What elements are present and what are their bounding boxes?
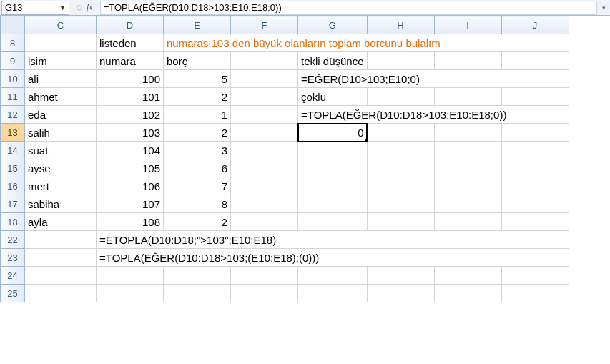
cell[interactable]: 108 — [97, 213, 164, 231]
cell[interactable]: =TOPLA(EĞER(D10:D18>103;E10:E18;0)) — [298, 106, 569, 124]
cell[interactable]: listeden — [97, 34, 164, 52]
row-header[interactable]: 16 — [1, 177, 25, 195]
row-header[interactable]: 8 — [1, 34, 25, 52]
cell[interactable]: 3 — [164, 142, 231, 159]
cell[interactable]: suat — [25, 142, 97, 159]
cell[interactable] — [25, 267, 97, 285]
cell[interactable] — [434, 142, 501, 159]
cell[interactable]: ahmet — [25, 88, 97, 106]
row-header[interactable]: 9 — [1, 52, 25, 70]
cell[interactable]: sabiha — [25, 195, 97, 213]
col-header[interactable]: D — [97, 16, 164, 34]
cell[interactable]: 102 — [97, 106, 164, 124]
cell[interactable] — [231, 106, 298, 124]
cell[interactable]: numarası103 den büyük olanların toplam b… — [164, 34, 569, 52]
cell[interactable]: 107 — [97, 195, 164, 213]
formula-input[interactable]: =TOPLA(EĞER(D10:D18>103;E10:E18;0)) — [100, 1, 597, 15]
cell[interactable]: mert — [25, 177, 97, 195]
cell[interactable] — [367, 195, 434, 213]
cell[interactable] — [367, 52, 434, 70]
fx-icon[interactable]: fx — [87, 2, 93, 13]
cell[interactable] — [231, 285, 298, 302]
cell[interactable] — [501, 285, 569, 302]
cell[interactable] — [231, 159, 298, 177]
col-header[interactable]: C — [25, 16, 97, 34]
cell[interactable]: salih — [25, 124, 97, 142]
row-header[interactable]: 15 — [1, 159, 25, 177]
col-header[interactable]: G — [298, 16, 368, 34]
row-header[interactable]: 10 — [1, 70, 25, 88]
cell[interactable] — [434, 52, 501, 70]
name-box-dropdown-icon[interactable]: ▼ — [59, 4, 66, 11]
cell[interactable] — [25, 231, 97, 249]
cell[interactable] — [231, 52, 298, 70]
cell[interactable]: 100 — [97, 70, 164, 88]
name-box[interactable]: G13 ▼ — [1, 1, 69, 15]
cell[interactable] — [298, 142, 368, 159]
cell[interactable] — [97, 285, 164, 302]
cell[interactable] — [501, 267, 569, 285]
cell[interactable]: 6 — [164, 159, 231, 177]
cell[interactable] — [367, 213, 434, 231]
cell[interactable] — [231, 124, 298, 142]
cell[interactable] — [231, 88, 298, 106]
cell[interactable] — [231, 70, 298, 88]
cell[interactable]: 104 — [97, 142, 164, 159]
cell[interactable] — [367, 177, 434, 195]
cell[interactable]: 7 — [164, 177, 231, 195]
cell[interactable]: ayse — [25, 159, 97, 177]
cell[interactable]: 2 — [164, 88, 231, 106]
cell[interactable]: borç — [164, 52, 231, 70]
cell[interactable] — [434, 195, 501, 213]
cell[interactable]: 5 — [164, 70, 231, 88]
cell[interactable] — [501, 213, 569, 231]
cell[interactable] — [434, 177, 501, 195]
cell[interactable] — [434, 285, 501, 302]
col-header[interactable]: H — [367, 16, 434, 34]
cell[interactable] — [501, 177, 569, 195]
expand-icon[interactable] — [74, 2, 85, 14]
row-header[interactable]: 11 — [1, 88, 25, 106]
cell[interactable] — [164, 285, 231, 302]
row-header[interactable]: 14 — [1, 142, 25, 159]
cell[interactable] — [164, 267, 231, 285]
cell[interactable] — [231, 142, 298, 159]
cell[interactable] — [25, 34, 97, 52]
cell[interactable] — [501, 52, 569, 70]
cell[interactable]: 2 — [164, 213, 231, 231]
cell[interactable] — [298, 213, 368, 231]
cell[interactable] — [501, 124, 569, 142]
cell[interactable]: =TOPLA(EĞER(D10:D18>103;(E10:E18);(0))) — [97, 249, 569, 267]
cell[interactable]: =EĞER(D10>103;E10;0) — [298, 70, 569, 88]
cell[interactable]: numara — [97, 52, 164, 70]
cell[interactable] — [25, 249, 97, 267]
col-header[interactable]: E — [164, 16, 231, 34]
row-header[interactable]: 12 — [1, 106, 25, 124]
row-header[interactable]: 25 — [1, 285, 25, 302]
cell[interactable] — [298, 267, 368, 285]
col-header[interactable]: I — [434, 16, 501, 34]
cell[interactable]: ayla — [25, 213, 97, 231]
cell[interactable]: ali — [25, 70, 97, 88]
row-header[interactable]: 17 — [1, 195, 25, 213]
cell[interactable] — [231, 177, 298, 195]
cell[interactable] — [434, 159, 501, 177]
select-all-corner[interactable] — [1, 16, 25, 34]
cell[interactable] — [231, 195, 298, 213]
cell[interactable] — [501, 159, 569, 177]
cell[interactable] — [501, 195, 569, 213]
row-header[interactable]: 18 — [1, 213, 25, 231]
cell[interactable] — [501, 88, 569, 106]
cell[interactable]: 106 — [97, 177, 164, 195]
row-header[interactable]: 13 — [1, 124, 25, 142]
cell[interactable]: eda — [25, 106, 97, 124]
cell[interactable] — [97, 267, 164, 285]
cell[interactable] — [434, 213, 501, 231]
cell[interactable] — [367, 88, 434, 106]
cell[interactable]: 8 — [164, 195, 231, 213]
formula-expand-icon[interactable]: ▾ — [597, 4, 610, 11]
cell[interactable] — [367, 285, 434, 302]
cell[interactable] — [231, 267, 298, 285]
cell[interactable]: çoklu — [298, 88, 368, 106]
cell[interactable] — [434, 124, 501, 142]
